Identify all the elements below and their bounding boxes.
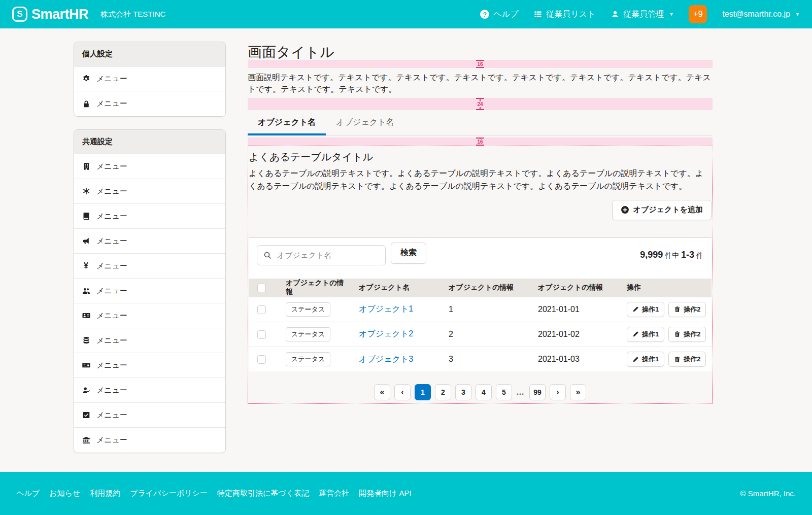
footer-link-terms[interactable]: 利用規約 [90, 489, 120, 498]
sidebar-item-menu[interactable]: メニュー [74, 428, 225, 453]
select-all-checkbox[interactable] [257, 284, 266, 292]
table-section-title: よくあるテーブルタイトル [249, 150, 712, 163]
pagination-last-button[interactable]: » [570, 384, 586, 400]
spacing-annotation-16: 16 [248, 138, 713, 146]
sidebar-item-menu[interactable]: メニュー [74, 179, 225, 204]
nav-employee-list[interactable]: 従業員リスト [533, 9, 595, 20]
pagination-page-99[interactable]: 99 [529, 384, 546, 400]
sidebar-section-personal: 個人設定 メニュー メニュー [74, 42, 226, 117]
tab-object-1[interactable]: オブジェクト名 [248, 114, 326, 135]
action2-button[interactable]: 操作2 [668, 327, 706, 342]
object-link[interactable]: オブジェクト2 [359, 329, 413, 338]
sidebar-item-label: メニュー [96, 236, 127, 246]
add-object-button[interactable]: オブジェクトを追加 [612, 200, 712, 220]
sidebar-section-title: 共通設定 [74, 130, 225, 154]
pagination-next-button[interactable]: › [550, 384, 566, 400]
id-card-icon [82, 312, 90, 320]
action1-button[interactable]: 操作1 [627, 327, 664, 342]
sidebar-item-label: メニュー [96, 386, 127, 395]
sidebar-item-label: メニュー [96, 435, 127, 445]
building-icon [82, 162, 90, 170]
footer-link-commerce-law[interactable]: 特定商取引法に基づく表記 [217, 489, 309, 498]
action2-button[interactable]: 操作2 [668, 352, 706, 367]
spacing-marker: 24 [476, 98, 484, 110]
add-object-row: オブジェクトを追加 [249, 200, 712, 220]
bullhorn-icon [82, 237, 90, 245]
sidebar-item-menu[interactable]: メニュー [74, 328, 225, 353]
sidebar-item-menu[interactable]: メニュー [74, 378, 225, 403]
search-button[interactable]: 検索 [391, 243, 426, 264]
sidebar-item-menu[interactable]: メニュー [74, 154, 225, 179]
pagination-first-button[interactable]: « [374, 384, 390, 400]
smarthr-logo[interactable]: S SmartHR [12, 7, 88, 22]
table-row: ステータス オブジェクト3 3 2021-01-03 [249, 347, 712, 371]
tab-object-2[interactable]: オブジェクト名 [326, 114, 404, 135]
table-row: ステータス オブジェクト1 1 2021-01-01 [249, 297, 712, 322]
sidebar-item-menu[interactable]: メニュー [74, 279, 225, 303]
pagination-prev-button[interactable]: ‹ [394, 384, 411, 400]
footer-copyright: © SmartHR, Inc. [740, 489, 796, 498]
main-content: 画面タイトル 16 画面説明テキストです。テキストです。テキストです。テキストで… [248, 42, 713, 404]
sidebar-item-menu[interactable]: メニュー [74, 229, 225, 254]
pagination-page-1[interactable]: 1 [415, 384, 431, 400]
pagination-page-5[interactable]: 5 [496, 384, 512, 400]
column-header: 操作 [612, 279, 712, 297]
trash-icon [674, 331, 681, 337]
object-link[interactable]: オブジェクト1 [359, 304, 413, 313]
object-link[interactable]: オブジェクト3 [359, 355, 413, 363]
search-input[interactable] [276, 250, 379, 260]
action2-button[interactable]: 操作2 [668, 302, 706, 317]
nav-employee-management[interactable]: 従業員管理 ▼ [611, 9, 674, 20]
chevron-down-icon: ▼ [669, 12, 674, 17]
sidebar-item-menu[interactable]: ¥ メニュー [74, 254, 225, 279]
footer-link-company[interactable]: 運営会社 [319, 489, 349, 498]
object-date: 2021-01-02 [523, 322, 612, 347]
users-icon [82, 287, 90, 295]
pencil-icon [632, 331, 639, 337]
sidebar-item-label: メニュー [96, 187, 127, 196]
sidebar: 個人設定 メニュー メニュー 共通設定 メニュー [74, 42, 226, 466]
column-header: オブジェクト名 [344, 279, 434, 297]
action1-button[interactable]: 操作1 [627, 302, 664, 317]
action1-label: 操作1 [642, 305, 659, 314]
account-menu[interactable]: test@smarthr.co.jp ▼ [722, 10, 800, 19]
pagination-page-3[interactable]: 3 [455, 384, 471, 400]
footer-link-developer-api[interactable]: 開発者向け API [359, 489, 412, 498]
object-info: 1 [434, 297, 523, 322]
app-header: S SmartHR 株式会社 TESTINC ? ヘルプ 従業員リスト 従業員管… [0, 0, 812, 28]
nav-help[interactable]: ? ヘルプ [480, 9, 518, 20]
action1-label: 操作1 [642, 355, 659, 364]
sidebar-item-menu[interactable]: メニュー [74, 303, 225, 328]
row-checkbox[interactable] [257, 305, 266, 314]
footer-link-privacy[interactable]: プライバシーポリシー [130, 489, 208, 498]
sidebar-item-menu[interactable]: メニュー [74, 353, 225, 378]
row-checkbox[interactable] [257, 355, 266, 364]
add-object-label: オブジェクトを追加 [633, 205, 703, 215]
list-icon [533, 10, 542, 18]
pagination: « ‹ 1 2 3 4 5 … 99 › » [249, 384, 712, 400]
pagination-page-2[interactable]: 2 [435, 384, 451, 400]
row-checkbox[interactable] [257, 330, 266, 339]
page-description: 画面説明テキストです。テキストです。テキストです。テキストです。テキストです。テ… [248, 72, 713, 95]
chevron-down-icon: ▼ [795, 12, 800, 17]
sidebar-item-menu[interactable]: メニュー [74, 91, 225, 116]
action2-label: 操作2 [684, 330, 700, 339]
column-header: オブジェクトの情報 [434, 279, 523, 297]
status-badge: ステータス [286, 302, 330, 317]
pagination-page-4[interactable]: 4 [476, 384, 492, 400]
sidebar-item-menu[interactable]: メニュー [74, 403, 225, 428]
table-section-description: よくあるテーブルの説明テキストです。よくあるテーブルの説明テキストです。よくある… [249, 167, 712, 193]
object-table: オブジェクトの情報 オブジェクト名 オブジェクトの情報 オブジェクトの情報 操作… [249, 279, 712, 372]
result-count-total-unit: 件中 [665, 251, 679, 259]
sidebar-item-label: メニュー [96, 74, 127, 84]
sidebar-item-menu[interactable]: メニュー [74, 204, 225, 229]
lock-icon [82, 100, 90, 108]
nav-employee-list-label: 従業員リスト [546, 9, 595, 20]
action1-button[interactable]: 操作1 [627, 352, 664, 367]
footer-link-news[interactable]: お知らせ [49, 489, 80, 498]
user-icon [611, 10, 620, 18]
footer-link-help[interactable]: ヘルプ [16, 489, 40, 498]
sidebar-item-menu[interactable]: メニュー [74, 66, 225, 91]
result-count-total: 9,999 [640, 250, 663, 260]
notification-badge[interactable]: +9 [689, 5, 707, 23]
